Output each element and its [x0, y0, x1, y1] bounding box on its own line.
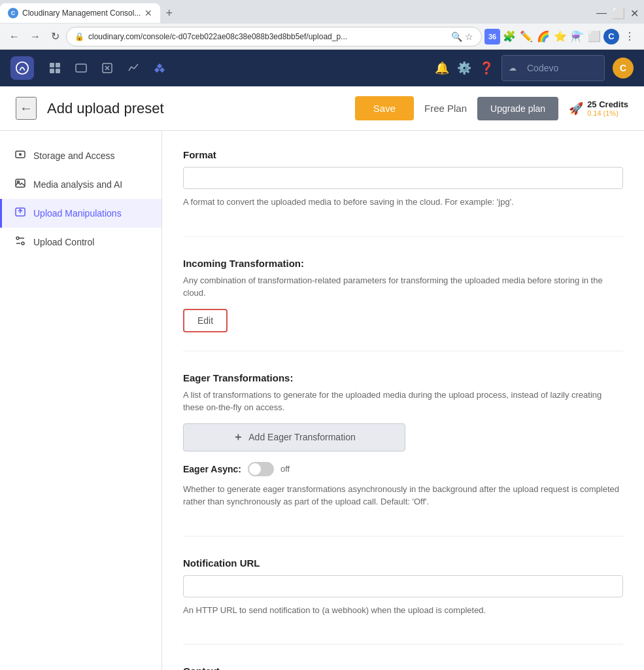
sidebar-storage-label: Storage and Access: [33, 150, 115, 161]
refresh-button[interactable]: ↻: [47, 29, 63, 44]
save-button[interactable]: Save: [355, 96, 414, 120]
minimize-icon[interactable]: —: [596, 7, 607, 19]
credits-icon: 🚀: [569, 101, 583, 116]
context-section: Context A set of key-value pairs to anno…: [183, 665, 623, 670]
profile-circle-icon[interactable]: C: [603, 29, 619, 44]
toggle-thumb: [249, 463, 261, 475]
page-title: Add upload preset: [47, 100, 345, 117]
async-toggle-row: Eager Async: off: [183, 462, 623, 476]
extension-6-icon[interactable]: ⚗️: [569, 29, 585, 44]
search-address-icon[interactable]: 🔍: [451, 31, 462, 42]
notification-description: An HTTP URL to send notification to (a w…: [183, 604, 623, 617]
incoming-section: Incoming Transformation: Any combination…: [183, 258, 623, 351]
format-input[interactable]: [183, 167, 623, 189]
format-title: Format: [183, 149, 623, 160]
format-description: A format to convert the uploaded media t…: [183, 196, 623, 209]
settings-icon[interactable]: ⚙️: [457, 61, 471, 75]
address-icons: 🔍 ☆: [451, 31, 473, 42]
sidebar-item-media[interactable]: Media analysis and AI: [0, 170, 161, 199]
content-inner: Format A format to convert the uploaded …: [162, 131, 644, 670]
upload-icon: [15, 207, 25, 220]
extension-5-icon[interactable]: ⭐: [552, 29, 568, 44]
svg-rect-1: [50, 63, 54, 67]
user-avatar[interactable]: C: [613, 58, 634, 79]
more-options-button[interactable]: ⋮: [620, 29, 639, 44]
add-eager-button[interactable]: ＋ Add Eager Transformation: [183, 423, 405, 451]
restore-icon[interactable]: ⬜: [612, 7, 625, 20]
eager-section: Eager Transformations: A list of transfo…: [183, 372, 623, 537]
svg-rect-4: [56, 69, 60, 73]
format-section: Format A format to convert the uploaded …: [183, 149, 623, 237]
extension-1-icon[interactable]: 36: [484, 29, 500, 44]
async-description: Whether to generate eager transformation…: [183, 483, 623, 508]
svg-point-8: [19, 153, 22, 156]
notification-section: Notification URL An HTTP URL to send not…: [183, 557, 623, 645]
lock-icon: 🔒: [75, 32, 84, 41]
sidebar-item-upload[interactable]: Upload Manipulations: [0, 199, 161, 228]
svg-point-13: [22, 242, 24, 245]
new-tab-button[interactable]: +: [160, 7, 178, 20]
nav-dashboard-icon[interactable]: [44, 58, 65, 79]
notification-title: Notification URL: [183, 557, 623, 569]
incoming-title: Incoming Transformation:: [183, 258, 623, 269]
nav-transform-icon[interactable]: [97, 58, 118, 79]
async-toggle[interactable]: [248, 462, 274, 476]
cloud-button[interactable]: ☁: [501, 55, 605, 81]
nav-analytics-icon[interactable]: [123, 58, 144, 79]
content-area: Format A format to convert the uploaded …: [162, 131, 644, 670]
add-eager-label: Add Eager Transformation: [248, 432, 355, 442]
tab-close-icon[interactable]: ✕: [144, 8, 152, 18]
eager-title: Eager Transformations:: [183, 372, 623, 383]
storage-icon: [15, 149, 25, 162]
control-icon: [15, 236, 25, 249]
edit-button[interactable]: Edit: [183, 309, 228, 332]
close-icon[interactable]: ✕: [630, 7, 639, 20]
forward-nav-button[interactable]: →: [26, 29, 44, 44]
active-tab[interactable]: C Cloudinary Management Consol... ✕: [0, 3, 160, 23]
sidebar-item-control[interactable]: Upload Control: [0, 228, 161, 256]
tab-title: Cloudinary Management Consol...: [22, 9, 141, 18]
free-plan-label: Free Plan: [424, 103, 467, 114]
incoming-description: Any combination of transformation-relate…: [183, 274, 623, 300]
async-label: Eager Async:: [183, 464, 241, 474]
back-button[interactable]: ←: [16, 97, 37, 120]
bell-icon[interactable]: 🔔: [435, 61, 449, 75]
browser-tabs: C Cloudinary Management Consol... ✕ + — …: [0, 0, 644, 24]
app-logo: [10, 56, 34, 80]
header-right: 🔔 ⚙️ ❓ ☁ C: [435, 55, 634, 81]
svg-rect-3: [50, 69, 54, 73]
page-header: ← Add upload preset Save Free Plan Upgra…: [0, 86, 644, 131]
nav-plugins-icon[interactable]: [149, 58, 170, 79]
address-bar[interactable]: 🔒 cloudinary.com/console/c-d07ceb022ae08…: [66, 27, 482, 46]
extension-7-icon[interactable]: ⬜: [586, 29, 602, 44]
browser-chrome: C Cloudinary Management Consol... ✕ + — …: [0, 0, 644, 50]
sidebar-upload-label: Upload Manipulations: [33, 208, 122, 219]
credits-section: 🚀 25 Credits 0.14 (1%): [569, 99, 628, 117]
upgrade-plan-button[interactable]: Upgrade plan: [477, 97, 558, 120]
extension-4-icon[interactable]: 🌈: [535, 29, 551, 44]
plus-icon: ＋: [233, 431, 243, 444]
sidebar-item-storage[interactable]: Storage and Access: [0, 141, 161, 170]
sidebar: Storage and Access Media analysis and AI…: [0, 131, 162, 670]
notification-input[interactable]: [183, 575, 623, 597]
browser-toolbar: ← → ↻ 🔒 cloudinary.com/console/c-d07ceb0…: [0, 24, 644, 50]
credits-text: 25 Credits: [587, 99, 628, 109]
browser-actions: 36 🧩 ✏️ 🌈 ⭐ ⚗️ ⬜ C ⋮: [484, 29, 639, 44]
extension-2-icon[interactable]: 🧩: [501, 29, 517, 44]
async-value: off: [280, 464, 290, 474]
svg-rect-5: [76, 64, 86, 72]
extension-3-icon[interactable]: ✏️: [518, 29, 534, 44]
back-nav-button[interactable]: ←: [5, 29, 24, 44]
credits-sub: 0.14 (1%): [587, 109, 628, 117]
media-icon: [15, 178, 25, 191]
address-text: cloudinary.com/console/c-d07ceb022ae08c3…: [88, 32, 447, 41]
help-icon[interactable]: ❓: [479, 61, 494, 75]
main-layout: Storage and Access Media analysis and AI…: [0, 131, 644, 670]
bookmark-icon[interactable]: ☆: [465, 31, 473, 42]
app-header: 🔔 ⚙️ ❓ ☁ C: [0, 50, 644, 86]
sidebar-control-label: Upload Control: [33, 237, 94, 247]
workspace-search[interactable]: [519, 59, 598, 77]
nav-media-icon[interactable]: [71, 58, 92, 79]
context-title: Context: [183, 665, 623, 670]
sidebar-media-label: Media analysis and AI: [33, 179, 122, 190]
